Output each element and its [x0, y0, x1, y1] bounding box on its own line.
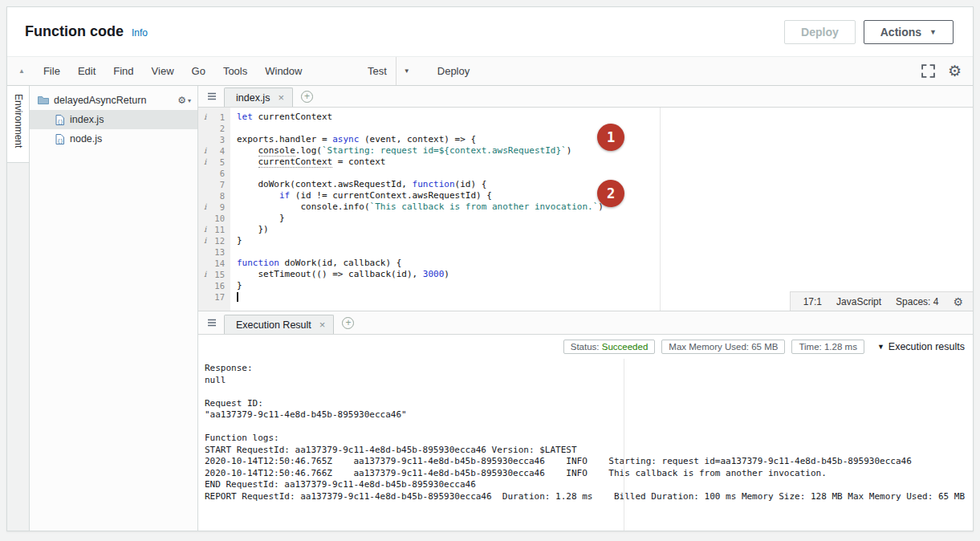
- code-line-12[interactable]: i12}: [198, 235, 973, 246]
- deploy-button[interactable]: Deploy: [784, 20, 856, 44]
- gutter-line-1[interactable]: i1: [198, 112, 230, 123]
- editor-main: index.js × + i1let currentContext23expor…: [198, 86, 973, 531]
- menu-find[interactable]: Find: [104, 57, 142, 85]
- test-dropdown-caret-icon[interactable]: ▼: [396, 57, 417, 85]
- line-number: 14: [214, 258, 225, 269]
- line-number: 3: [220, 134, 225, 145]
- results-tab-list-icon[interactable]: [206, 317, 218, 328]
- tree-item-root-folder[interactable]: delayedAsyncReturn⚙▾: [30, 91, 197, 110]
- editor-settings-gear-icon[interactable]: ⚙: [953, 296, 963, 307]
- line-number: 8: [220, 190, 225, 201]
- gutter-line-12[interactable]: i12: [198, 235, 230, 246]
- line-number: 17: [214, 291, 225, 303]
- gutter-line-8[interactable]: 8: [198, 190, 230, 201]
- editor-statusbar: 17:1 JavaScript Spaces: 4 ⚙: [790, 291, 973, 311]
- gutter-line-4[interactable]: i4: [198, 145, 230, 157]
- language-mode[interactable]: JavaScript: [836, 296, 881, 307]
- execution-results-toggle[interactable]: ▼ Execution results: [877, 341, 965, 352]
- menu-window[interactable]: Window: [256, 57, 311, 85]
- annotation-info-icon: i: [204, 112, 206, 123]
- new-tab-icon[interactable]: +: [301, 91, 313, 103]
- gutter-line-16[interactable]: 16: [198, 280, 230, 291]
- annotation-info-icon: i: [204, 145, 206, 157]
- caret-small-icon: ▾: [188, 97, 191, 104]
- code-line-15[interactable]: i15 setTimeout(() => callback(id), 3000): [198, 269, 973, 280]
- line-number: 5: [220, 157, 225, 168]
- code-line-4[interactable]: i4 console.log(`Starting: request id=${c…: [198, 145, 973, 157]
- code-line-7[interactable]: 7 doWork(context.awsRequestId, function(…: [198, 179, 973, 190]
- tab-index-js[interactable]: index.js ×: [224, 87, 293, 107]
- folder-icon: [38, 96, 49, 105]
- gutter-line-3[interactable]: 3: [198, 134, 230, 145]
- menu-deploy[interactable]: Deploy: [429, 57, 478, 85]
- lambda-function-code-screen: { "header": { "title": "Function code", …: [0, 0, 980, 541]
- fullscreen-icon[interactable]: [921, 64, 935, 78]
- annotation-info-icon: i: [204, 201, 206, 213]
- gutter-line-10[interactable]: 10: [198, 213, 230, 224]
- gutter-line-9[interactable]: i9: [198, 201, 230, 213]
- close-result-tab-icon[interactable]: ×: [319, 319, 326, 331]
- editor-tabbar: index.js × +: [198, 86, 973, 108]
- info-link[interactable]: Info: [132, 27, 148, 39]
- gutter-line-15[interactable]: i15: [198, 269, 230, 280]
- actions-button[interactable]: Actions ▼: [864, 20, 954, 44]
- code-line-10[interactable]: 10 }: [198, 213, 973, 224]
- title-group: Function code Info: [25, 23, 148, 40]
- menu-view[interactable]: View: [143, 57, 183, 85]
- line-number: 6: [220, 168, 225, 179]
- header-actions: Deploy Actions ▼: [784, 20, 954, 44]
- code-line-16[interactable]: 16}: [198, 280, 973, 291]
- max-memory-badge: Max Memory Used: 65 MB: [661, 340, 785, 354]
- tree-item-index-js[interactable]: {}index.js: [30, 110, 197, 129]
- environment-tab[interactable]: Environment: [7, 86, 29, 163]
- execution-results-label: Execution results: [889, 341, 965, 352]
- tree-settings-gear-icon[interactable]: ⚙▾: [177, 96, 191, 105]
- code-line-6[interactable]: 6: [198, 168, 973, 179]
- gutter-line-14[interactable]: 14: [198, 258, 230, 269]
- gutter-line-11[interactable]: i11: [198, 224, 230, 235]
- gear-icon: ⚙: [177, 96, 186, 105]
- gutter-line-17[interactable]: 17: [198, 291, 230, 303]
- annotation-info-icon: i: [204, 224, 206, 235]
- gutter-line-6[interactable]: 6: [198, 168, 230, 179]
- gutter-line-13[interactable]: 13: [198, 246, 230, 258]
- tab-execution-result[interactable]: Execution Result ×: [224, 315, 334, 334]
- menu-go[interactable]: Go: [183, 57, 214, 85]
- code-line-13[interactable]: 13: [198, 246, 973, 258]
- annotation-info-icon: i: [204, 269, 206, 280]
- line-number: 13: [214, 246, 225, 258]
- code-lines: i1let currentContext23exports.handler = …: [198, 112, 973, 303]
- menu-edit[interactable]: Edit: [69, 57, 104, 85]
- menu-right-group: ⚙: [921, 57, 962, 85]
- code-line-11[interactable]: i11 }): [198, 224, 973, 235]
- execution-output-area: Response: null Request ID: "aa137379-9c1…: [198, 359, 973, 531]
- code-line-5[interactable]: i5 currentContext = context: [198, 157, 973, 168]
- collapse-panel-icon[interactable]: ▲: [7, 67, 35, 75]
- code-line-2[interactable]: 2: [198, 123, 973, 134]
- code-editor[interactable]: i1let currentContext23exports.handler = …: [198, 108, 973, 311]
- line-number: 12: [214, 235, 225, 246]
- gutter-line-5[interactable]: i5: [198, 157, 230, 168]
- menu-file[interactable]: File: [35, 57, 69, 85]
- menu-test[interactable]: Test: [359, 57, 396, 85]
- new-result-tab-icon[interactable]: +: [342, 317, 354, 329]
- text-cursor: [237, 292, 238, 302]
- tree-item-node-js[interactable]: {}node.js: [30, 129, 197, 148]
- gutter-line-7[interactable]: 7: [198, 179, 230, 190]
- preferences-gear-icon[interactable]: ⚙: [948, 63, 962, 79]
- code-line-1[interactable]: i1let currentContext: [198, 112, 973, 123]
- tab-list-icon[interactable]: [206, 91, 218, 102]
- code-line-9[interactable]: i9 console.info(`This callback is from a…: [198, 201, 973, 213]
- menu-tools[interactable]: Tools: [214, 57, 256, 85]
- close-tab-icon[interactable]: ×: [278, 92, 284, 104]
- code-line-3[interactable]: 3exports.handler = async (event, context…: [198, 134, 973, 145]
- indent-setting[interactable]: Spaces: 4: [896, 296, 938, 307]
- cursor-position[interactable]: 17:1: [803, 296, 822, 307]
- print-margin-line: [660, 108, 661, 311]
- page-title: Function code: [25, 23, 124, 40]
- code-line-14[interactable]: 14function doWork(id, callback) {: [198, 258, 973, 269]
- code-line-8[interactable]: 8 if (id != currentContext.awsRequestId)…: [198, 190, 973, 201]
- menu-items: FileEditFindViewGoToolsWindow: [35, 57, 311, 85]
- gutter-line-2[interactable]: 2: [198, 123, 230, 134]
- annotation-callout-1: 1: [597, 124, 624, 151]
